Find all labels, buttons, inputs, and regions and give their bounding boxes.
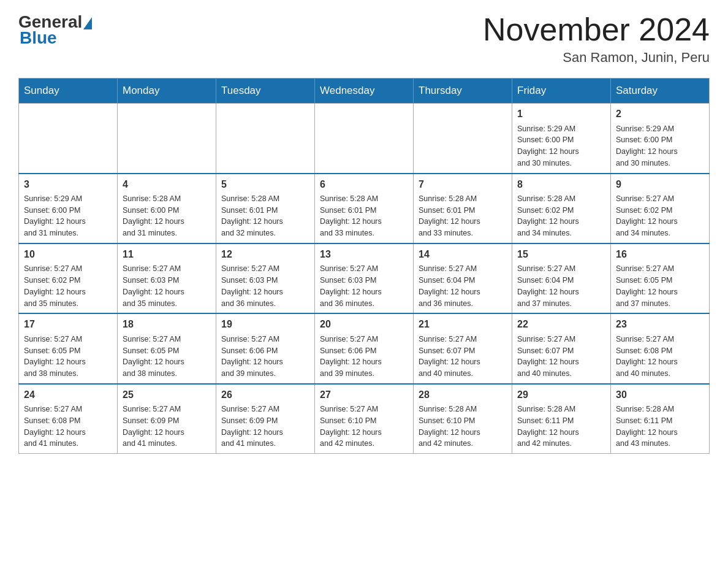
day-number: 11: [123, 248, 211, 261]
day-info: Sunrise: 5:27 AM Sunset: 6:08 PM Dayligh…: [24, 404, 112, 450]
day-number: 8: [517, 178, 605, 191]
day-info: Sunrise: 5:27 AM Sunset: 6:05 PM Dayligh…: [616, 263, 704, 309]
day-info: Sunrise: 5:27 AM Sunset: 6:05 PM Dayligh…: [24, 334, 112, 380]
day-info: Sunrise: 5:27 AM Sunset: 6:10 PM Dayligh…: [320, 404, 408, 450]
calendar-week-1: 1Sunrise: 5:29 AM Sunset: 6:00 PM Daylig…: [19, 104, 710, 174]
day-number: 13: [320, 248, 408, 261]
calendar-cell: 9Sunrise: 5:27 AM Sunset: 6:02 PM Daylig…: [611, 174, 710, 243]
day-number: 19: [221, 318, 309, 331]
day-number: 22: [517, 318, 605, 331]
day-number: 30: [616, 388, 704, 402]
logo-triangle-icon: [83, 17, 92, 29]
day-number: 2: [616, 107, 704, 121]
location: San Ramon, Junin, Peru: [483, 50, 710, 66]
day-number: 9: [616, 178, 704, 191]
calendar-week-4: 17Sunrise: 5:27 AM Sunset: 6:05 PM Dayli…: [19, 313, 710, 383]
calendar-cell: 4Sunrise: 5:28 AM Sunset: 6:00 PM Daylig…: [118, 174, 216, 243]
calendar-cell: 18Sunrise: 5:27 AM Sunset: 6:05 PM Dayli…: [118, 313, 216, 383]
day-info: Sunrise: 5:28 AM Sunset: 6:00 PM Dayligh…: [123, 193, 211, 239]
calendar-cell: [315, 104, 414, 174]
day-number: 27: [320, 388, 408, 402]
calendar-cell: 19Sunrise: 5:27 AM Sunset: 6:06 PM Dayli…: [216, 313, 315, 383]
calendar-cell: 8Sunrise: 5:28 AM Sunset: 6:02 PM Daylig…: [512, 174, 611, 243]
calendar-cell: 24Sunrise: 5:27 AM Sunset: 6:08 PM Dayli…: [19, 384, 118, 454]
day-info: Sunrise: 5:27 AM Sunset: 6:02 PM Dayligh…: [24, 263, 112, 309]
calendar-cell: [216, 104, 315, 174]
day-number: 20: [320, 318, 408, 331]
day-info: Sunrise: 5:29 AM Sunset: 6:00 PM Dayligh…: [517, 123, 605, 169]
day-info: Sunrise: 5:27 AM Sunset: 6:03 PM Dayligh…: [320, 263, 408, 309]
calendar-cell: 20Sunrise: 5:27 AM Sunset: 6:06 PM Dayli…: [315, 313, 414, 383]
day-info: Sunrise: 5:27 AM Sunset: 6:04 PM Dayligh…: [419, 263, 507, 309]
calendar-cell: 13Sunrise: 5:27 AM Sunset: 6:03 PM Dayli…: [315, 243, 414, 313]
calendar-cell: 14Sunrise: 5:27 AM Sunset: 6:04 PM Dayli…: [414, 243, 512, 313]
day-number: 29: [517, 388, 605, 402]
day-number: 10: [24, 248, 112, 261]
day-number: 15: [517, 248, 605, 261]
day-number: 17: [24, 318, 112, 331]
day-info: Sunrise: 5:28 AM Sunset: 6:01 PM Dayligh…: [320, 193, 408, 239]
day-info: Sunrise: 5:27 AM Sunset: 6:07 PM Dayligh…: [419, 334, 507, 380]
weekday-header-monday: Monday: [118, 79, 216, 104]
weekday-header-friday: Friday: [512, 79, 611, 104]
day-info: Sunrise: 5:28 AM Sunset: 6:11 PM Dayligh…: [616, 404, 704, 450]
weekday-header-tuesday: Tuesday: [216, 79, 315, 104]
calendar-cell: [414, 104, 512, 174]
day-number: 7: [419, 178, 507, 191]
day-number: 28: [419, 388, 507, 402]
weekday-header-saturday: Saturday: [611, 79, 710, 104]
day-number: 6: [320, 178, 408, 191]
day-info: Sunrise: 5:27 AM Sunset: 6:09 PM Dayligh…: [123, 404, 211, 450]
day-info: Sunrise: 5:27 AM Sunset: 6:03 PM Dayligh…: [123, 263, 211, 309]
calendar-cell: 25Sunrise: 5:27 AM Sunset: 6:09 PM Dayli…: [118, 384, 216, 454]
day-info: Sunrise: 5:27 AM Sunset: 6:06 PM Dayligh…: [221, 334, 309, 380]
calendar-cell: 10Sunrise: 5:27 AM Sunset: 6:02 PM Dayli…: [19, 243, 118, 313]
weekday-header-sunday: Sunday: [19, 79, 118, 104]
day-info: Sunrise: 5:28 AM Sunset: 6:02 PM Dayligh…: [517, 193, 605, 239]
calendar-cell: 30Sunrise: 5:28 AM Sunset: 6:11 PM Dayli…: [611, 384, 710, 454]
day-info: Sunrise: 5:27 AM Sunset: 6:09 PM Dayligh…: [221, 404, 309, 450]
calendar-week-3: 10Sunrise: 5:27 AM Sunset: 6:02 PM Dayli…: [19, 243, 710, 313]
page-header: General Blue November 2024 San Ramon, Ju…: [18, 12, 710, 66]
logo-blue-text: Blue: [20, 28, 57, 48]
day-number: 25: [123, 388, 211, 402]
calendar-cell: 28Sunrise: 5:28 AM Sunset: 6:10 PM Dayli…: [414, 384, 512, 454]
calendar-cell: 2Sunrise: 5:29 AM Sunset: 6:00 PM Daylig…: [611, 104, 710, 174]
calendar-cell: 3Sunrise: 5:29 AM Sunset: 6:00 PM Daylig…: [19, 174, 118, 243]
day-number: 26: [221, 388, 309, 402]
calendar-week-2: 3Sunrise: 5:29 AM Sunset: 6:00 PM Daylig…: [19, 174, 710, 243]
day-number: 4: [123, 178, 211, 191]
day-info: Sunrise: 5:28 AM Sunset: 6:01 PM Dayligh…: [221, 193, 309, 239]
day-info: Sunrise: 5:27 AM Sunset: 6:04 PM Dayligh…: [517, 263, 605, 309]
logo: General Blue: [18, 12, 92, 48]
day-number: 5: [221, 178, 309, 191]
day-info: Sunrise: 5:28 AM Sunset: 6:10 PM Dayligh…: [419, 404, 507, 450]
day-number: 18: [123, 318, 211, 331]
weekday-header-thursday: Thursday: [414, 79, 512, 104]
calendar-cell: 12Sunrise: 5:27 AM Sunset: 6:03 PM Dayli…: [216, 243, 315, 313]
calendar-cell: 5Sunrise: 5:28 AM Sunset: 6:01 PM Daylig…: [216, 174, 315, 243]
title-section: November 2024 San Ramon, Junin, Peru: [483, 12, 710, 66]
day-number: 24: [24, 388, 112, 402]
calendar-cell: 23Sunrise: 5:27 AM Sunset: 6:08 PM Dayli…: [611, 313, 710, 383]
day-number: 21: [419, 318, 507, 331]
calendar-cell: 21Sunrise: 5:27 AM Sunset: 6:07 PM Dayli…: [414, 313, 512, 383]
weekday-header-wednesday: Wednesday: [315, 79, 414, 104]
day-info: Sunrise: 5:27 AM Sunset: 6:08 PM Dayligh…: [616, 334, 704, 380]
day-number: 1: [517, 107, 605, 121]
calendar-cell: 7Sunrise: 5:28 AM Sunset: 6:01 PM Daylig…: [414, 174, 512, 243]
day-info: Sunrise: 5:27 AM Sunset: 6:03 PM Dayligh…: [221, 263, 309, 309]
calendar-cell: 1Sunrise: 5:29 AM Sunset: 6:00 PM Daylig…: [512, 104, 611, 174]
calendar-cell: 11Sunrise: 5:27 AM Sunset: 6:03 PM Dayli…: [118, 243, 216, 313]
month-title: November 2024: [483, 12, 710, 47]
day-info: Sunrise: 5:29 AM Sunset: 6:00 PM Dayligh…: [616, 123, 704, 169]
calendar-cell: 27Sunrise: 5:27 AM Sunset: 6:10 PM Dayli…: [315, 384, 414, 454]
day-info: Sunrise: 5:28 AM Sunset: 6:11 PM Dayligh…: [517, 404, 605, 450]
calendar-cell: 15Sunrise: 5:27 AM Sunset: 6:04 PM Dayli…: [512, 243, 611, 313]
calendar-cell: 17Sunrise: 5:27 AM Sunset: 6:05 PM Dayli…: [19, 313, 118, 383]
day-number: 3: [24, 178, 112, 191]
day-info: Sunrise: 5:27 AM Sunset: 6:06 PM Dayligh…: [320, 334, 408, 380]
calendar-table: SundayMondayTuesdayWednesdayThursdayFrid…: [18, 78, 710, 454]
calendar-week-5: 24Sunrise: 5:27 AM Sunset: 6:08 PM Dayli…: [19, 384, 710, 454]
calendar-cell: [118, 104, 216, 174]
